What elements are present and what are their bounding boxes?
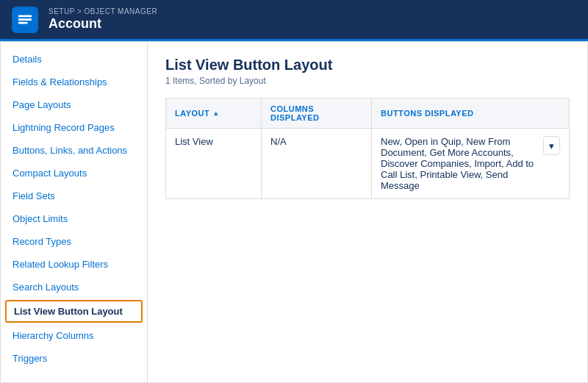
page-subtitle: 1 Items, Sorted by Layout bbox=[165, 76, 570, 86]
sidebar-item-details[interactable]: Details bbox=[1, 48, 147, 71]
sidebar-item-search-layouts[interactable]: Search Layouts bbox=[1, 276, 147, 298]
sidebar-item-page-layouts[interactable]: Page Layouts bbox=[1, 93, 147, 116]
sidebar: Details Fields & Relationships Page Layo… bbox=[1, 42, 148, 382]
cell-layout: List View bbox=[166, 129, 262, 199]
svg-rect-1 bbox=[18, 18, 32, 21]
sidebar-item-related-lookup-filters[interactable]: Related Lookup Filters bbox=[1, 253, 147, 276]
header-account-title: Account bbox=[49, 16, 157, 32]
sidebar-item-lightning-record-pages[interactable]: Lightning Record Pages bbox=[1, 116, 147, 139]
list-view-table: LAYOUT ▲ COLUMNS DISPLAYED BUTTONS DISPL… bbox=[165, 98, 570, 199]
page-title: List View Button Layout bbox=[165, 57, 570, 74]
table-header-row: LAYOUT ▲ COLUMNS DISPLAYED BUTTONS DISPL… bbox=[166, 99, 570, 129]
sidebar-item-buttons-links-actions[interactable]: Buttons, Links, and Actions bbox=[1, 139, 147, 162]
cell-columns-displayed: N/A bbox=[262, 129, 372, 199]
breadcrumb: SETUP > OBJECT MANAGER bbox=[49, 7, 157, 15]
content-area: List View Button Layout 1 Items, Sorted … bbox=[148, 42, 587, 382]
sidebar-item-hierarchy-columns[interactable]: Hierarchy Columns bbox=[1, 324, 147, 347]
main-container: Details Fields & Relationships Page Layo… bbox=[0, 41, 588, 383]
row-dropdown-button[interactable]: ▾ bbox=[543, 136, 560, 155]
col-header-columns-displayed: COLUMNS DISPLAYED bbox=[262, 99, 372, 129]
table-row: List View N/A New, Open in Quip, New Fro… bbox=[166, 129, 570, 199]
sidebar-item-field-sets[interactable]: Field Sets bbox=[1, 185, 147, 207]
sidebar-item-triggers[interactable]: Triggers bbox=[1, 347, 147, 370]
sidebar-item-compact-layouts[interactable]: Compact Layouts bbox=[1, 162, 147, 185]
header-text-block: SETUP > OBJECT MANAGER Account bbox=[49, 7, 157, 32]
sidebar-item-record-types[interactable]: Record Types bbox=[1, 230, 147, 253]
sidebar-item-object-limits[interactable]: Object Limits bbox=[1, 207, 147, 230]
col-header-buttons-displayed: BUTTONS DISPLAYED bbox=[372, 99, 570, 129]
sidebar-item-list-view-button-layout[interactable]: List View Button Layout bbox=[5, 300, 143, 323]
app-header: SETUP > OBJECT MANAGER Account bbox=[0, 0, 588, 41]
sort-icon: ▲ bbox=[212, 110, 219, 117]
col-header-layout: LAYOUT ▲ bbox=[166, 99, 262, 129]
svg-rect-2 bbox=[18, 21, 28, 24]
svg-rect-0 bbox=[18, 15, 32, 17]
app-logo bbox=[12, 7, 38, 33]
cell-buttons-displayed: New, Open in Quip, New From Document, Ge… bbox=[372, 129, 569, 198]
sidebar-item-fields-relationships[interactable]: Fields & Relationships bbox=[1, 71, 147, 93]
